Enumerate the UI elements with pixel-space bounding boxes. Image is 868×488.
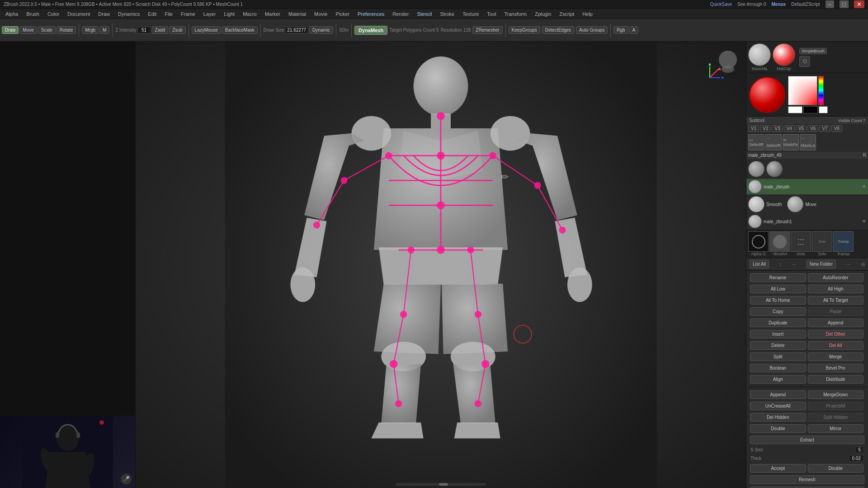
draw-btn[interactable]: Draw <box>2 26 19 34</box>
menu-macro[interactable]: Macro <box>239 10 260 18</box>
menu-texture[interactable]: Texture <box>459 10 482 18</box>
simple-brush-btn[interactable]: SimpleBrush <box>799 48 827 54</box>
black-swatch[interactable] <box>803 106 818 113</box>
menu-zscript[interactable]: Zscript <box>556 10 578 18</box>
detect-edges-btn[interactable]: DetectEdges <box>542 26 574 34</box>
menu-edit[interactable]: Edit <box>144 10 160 18</box>
icon-btn-1[interactable]: ⬡ <box>799 56 810 67</box>
transp-thumb[interactable]: Transp <box>833 231 854 252</box>
maximize-btn[interactable]: □ <box>840 0 849 8</box>
bottom-scrollbar[interactable] <box>396 483 486 486</box>
z-intensity-value[interactable]: 51 <box>137 27 151 33</box>
subtool-eye-1[interactable]: 👁 <box>862 184 866 189</box>
v8-tab[interactable]: V8 <box>831 125 842 132</box>
new-folder-btn[interactable]: New Folder <box>807 260 836 268</box>
subtool-item-male-zbrush1[interactable]: male_zbrush1 👁 <box>746 214 868 230</box>
autoreorder-btn[interactable]: AutoReorder <box>808 273 864 282</box>
split-btn[interactable]: Split <box>750 352 806 361</box>
remesh-btn[interactable]: Remesh <box>750 475 864 484</box>
menu-file[interactable]: File <box>161 10 176 18</box>
alpha-thumb[interactable] <box>748 231 769 252</box>
del-hidden-btn[interactable]: Del Hidden <box>750 413 806 422</box>
all-low-btn[interactable]: All Low <box>750 285 806 293</box>
select-rect-btn[interactable]: ▭SelectR <box>748 134 764 150</box>
smooth-sphere[interactable] <box>748 196 764 212</box>
del-all-btn[interactable]: Del All <box>808 341 864 350</box>
menu-help[interactable]: Help <box>579 10 596 18</box>
del-other-btn[interactable]: Del Other <box>808 330 864 338</box>
menu-brush[interactable]: Brush <box>23 10 43 18</box>
v5-tab[interactable]: V5 <box>796 125 807 132</box>
menu-preferences[interactable]: Preferences <box>354 10 388 18</box>
light-swatch[interactable] <box>819 106 828 113</box>
mirror-btn[interactable]: Mirror <box>808 424 864 433</box>
delete-btn[interactable]: Delete <box>750 341 806 350</box>
project-all-btn[interactable]: ProjectAll <box>808 402 864 410</box>
keep-groups-btn[interactable]: KeepGroups <box>509 26 540 34</box>
canvas-area[interactable]: ✏ <box>136 42 746 488</box>
menu-dynamics[interactable]: Dynamics <box>114 10 143 18</box>
boolean-btn[interactable]: Boolean <box>750 364 806 372</box>
menu-draw[interactable]: Draw <box>94 10 113 18</box>
mask-pen-btn[interactable]: ✏MaskPe <box>783 134 799 150</box>
menu-marker[interactable]: Marker <box>261 10 284 18</box>
color-gradient-box[interactable] <box>788 76 817 105</box>
sphere-preview-2[interactable] <box>766 161 783 177</box>
menu-light[interactable]: Light <box>220 10 238 18</box>
bevel-pro-btn[interactable]: Bevel Pro <box>808 364 864 372</box>
v6-tab[interactable]: V6 <box>807 125 818 132</box>
menu-picker[interactable]: Picker <box>332 10 353 18</box>
move-sphere[interactable] <box>787 196 803 212</box>
basic-material-sphere[interactable] <box>748 43 771 66</box>
quick-save-btn[interactable]: QuickSave <box>710 2 732 7</box>
v2-tab[interactable]: V2 <box>760 125 771 132</box>
white-swatch[interactable] <box>788 106 802 113</box>
m-btn[interactable]: M <box>99 26 109 34</box>
dynamic-btn[interactable]: Dynamic <box>309 26 333 34</box>
double-btn[interactable]: Double <box>750 424 806 433</box>
merge-down-btn[interactable]: MergeDown <box>808 390 864 399</box>
model-canvas[interactable]: ✏ <box>136 42 746 488</box>
copy-btn[interactable]: Copy <box>750 307 806 316</box>
dynamesh-btn[interactable]: DynaMesh <box>354 26 387 35</box>
scale-btn[interactable]: Scale <box>38 26 56 34</box>
menu-zplugin[interactable]: Zplugin <box>531 10 555 18</box>
mrgb-btn[interactable]: Mrgb <box>82 26 99 34</box>
align-btn[interactable]: Align <box>750 375 806 384</box>
all-to-target-btn[interactable]: All To Target <box>808 296 864 305</box>
menu-material[interactable]: Material <box>285 10 310 18</box>
zremesher-btn[interactable]: ZRemesher <box>472 26 502 34</box>
matcap-sphere[interactable] <box>773 43 795 66</box>
solo-thumb[interactable]: Solo <box>812 231 832 252</box>
dots-thumb[interactable]: • • • • • • <box>791 231 811 252</box>
accept-btn[interactable]: Accept <box>750 464 806 473</box>
see-through-label[interactable]: See-through 0 <box>737 2 766 7</box>
subtool-eye-2[interactable]: 👁 <box>862 219 866 224</box>
menu-stroke[interactable]: Stroke <box>436 10 458 18</box>
zadd-btn[interactable]: Zadd <box>152 26 169 34</box>
append-btn[interactable]: Append <box>808 319 864 327</box>
select-lasso-btn[interactable]: ⌒SelectR <box>765 134 782 150</box>
menu-render[interactable]: Render <box>389 10 412 18</box>
paste-btn[interactable]: Paste <box>808 307 864 316</box>
backface-mask-btn[interactable]: BackfaceMask <box>222 26 258 34</box>
rename-btn[interactable]: Rename <box>750 273 806 282</box>
draw-size-value[interactable]: 21.62277 <box>285 27 308 33</box>
lazy-mouse-btn[interactable]: LazyMouse <box>192 26 221 34</box>
sphere-preview-1[interactable] <box>748 161 764 177</box>
list-all-btn[interactable]: List All <box>750 260 769 268</box>
bottom-scrollbar-thumb[interactable] <box>439 483 448 486</box>
mask-lasso-btn[interactable]: ⌒MaskLa <box>800 134 816 150</box>
menu-movie[interactable]: Movie <box>311 10 331 18</box>
insert-btn[interactable]: Insert <box>750 330 806 338</box>
merge-btn[interactable]: Merge <box>808 352 864 361</box>
v7-tab[interactable]: V7 <box>819 125 830 132</box>
menu-tool[interactable]: Tool <box>483 10 500 18</box>
close-btn[interactable]: ✕ <box>854 0 864 8</box>
menu-stencil[interactable]: Stencil <box>413 10 435 18</box>
zsub-btn[interactable]: Zsub <box>169 26 185 34</box>
thick-value[interactable]: 0.02 <box>849 455 864 462</box>
minimize-btn[interactable]: – <box>826 0 834 8</box>
v1-tab[interactable]: V1 <box>748 125 759 132</box>
menu-document[interactable]: Document <box>64 10 94 18</box>
